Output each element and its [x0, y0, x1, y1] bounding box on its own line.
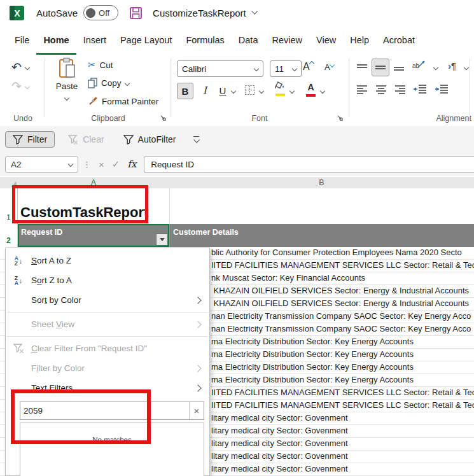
- autofilter-button[interactable]: AutoFilter: [116, 132, 183, 147]
- redo-button[interactable]: ↷: [11, 79, 29, 94]
- font-color-button[interactable]: A: [304, 82, 317, 97]
- cut-button[interactable]: ✂ Cut: [88, 59, 113, 71]
- toolbar-overflow-button[interactable]: [193, 136, 199, 143]
- formula-value: Request ID: [151, 160, 194, 169]
- clear-filter-button[interactable]: Clear: [61, 132, 111, 147]
- clear-search-button[interactable]: ×: [189, 402, 204, 419]
- excel-window: X AutoSave Off CustomizeTaskReport File …: [0, 0, 474, 476]
- fill-color-button[interactable]: [274, 81, 287, 97]
- confirm-entry-button[interactable]: ✓: [112, 158, 120, 170]
- customer-details-cell: IITED FACILITIES MANAGEMENT SERVICES LLC…: [211, 400, 474, 410]
- tab-data[interactable]: Data: [232, 25, 265, 55]
- header-cell-customer-details[interactable]: Customer Details: [169, 224, 474, 247]
- customer-details-cell: IITED FACILITIES MANAGEMENT SERVICES LLC…: [211, 388, 474, 397]
- autosave-state: Off: [99, 8, 109, 18]
- column-header-b[interactable]: B: [169, 177, 474, 189]
- request-id-filter-dropdown-button[interactable]: [156, 234, 168, 246]
- underline-button[interactable]: U: [215, 83, 230, 98]
- row-header-2[interactable]: 2: [0, 224, 18, 247]
- undo-icon: ↶: [11, 60, 22, 74]
- customer-details-cell: blic Authority for Consumer Protection E…: [211, 248, 462, 257]
- font-dialog-launcher-icon[interactable]: [337, 115, 344, 122]
- align-center-icon[interactable]: [375, 84, 387, 94]
- tab-insert[interactable]: Insert: [76, 25, 113, 55]
- customer-details-cell: litary medical city Sector: Govenment: [211, 438, 348, 448]
- tab-acrobat[interactable]: Acrobat: [376, 25, 422, 55]
- grow-font-button[interactable]: A: [303, 61, 314, 73]
- align-middle-button[interactable]: [372, 59, 389, 76]
- group-separator: [171, 59, 171, 117]
- ribbon: ↶ ↷ Undo Paste ✂ Cut: [0, 55, 474, 127]
- font-size-combobox[interactable]: 11: [270, 60, 302, 77]
- group-separator: [45, 59, 45, 117]
- cancel-entry-button[interactable]: ×: [99, 159, 104, 170]
- customer-details-cell: ma Electricity Distribution Sector: Key …: [211, 362, 414, 372]
- font-name-combobox[interactable]: Calibri: [177, 60, 263, 77]
- name-box-chevron-icon: [68, 162, 73, 167]
- orientation-chevron-icon[interactable]: [433, 65, 438, 70]
- menu-item-sort-by-color[interactable]: Sort by Color: [6, 290, 209, 310]
- menu-item-sort-a-to-z[interactable]: AZ ↓ Sort A to Z: [6, 251, 209, 270]
- tab-formulas[interactable]: Formulas: [179, 25, 231, 55]
- copy-chevron-icon[interactable]: [124, 80, 129, 85]
- tab-view[interactable]: View: [309, 25, 343, 55]
- tab-help[interactable]: Help: [343, 25, 376, 55]
- svg-text:X: X: [14, 8, 20, 18]
- customer-details-cell: nan Electricity Transmission Company SAO…: [211, 311, 471, 321]
- underline-chevron-icon[interactable]: [231, 88, 236, 94]
- undo-button[interactable]: ↶: [11, 60, 29, 74]
- text-direction-button[interactable]: ›¶: [448, 60, 456, 71]
- align-top-icon[interactable]: [356, 62, 368, 73]
- save-icon[interactable]: [129, 6, 143, 20]
- tab-file[interactable]: File: [8, 25, 36, 55]
- workbook-title[interactable]: CustomizeTaskReport: [153, 8, 246, 18]
- align-right-icon[interactable]: [394, 84, 406, 94]
- customer-details-cell: ma Electricity Distribution Sector: Key …: [211, 349, 414, 359]
- text-direction-chevron-icon[interactable]: [464, 65, 469, 70]
- autosave-toggle[interactable]: Off: [83, 5, 118, 20]
- font-color-chevron-icon[interactable]: [320, 88, 325, 94]
- clipboard-group: Paste ✂ Cut Copy: [47, 55, 169, 125]
- cut-label: Cut: [100, 60, 113, 70]
- clipboard-dialog-launcher-icon[interactable]: [160, 115, 167, 122]
- shrink-font-button[interactable]: A: [324, 62, 334, 72]
- bold-button[interactable]: B: [177, 83, 193, 99]
- title-bar: X AutoSave Off CustomizeTaskReport: [0, 0, 474, 25]
- customer-details-cell: litary medical city Sector: Govenment: [211, 464, 348, 473]
- menu-item-sort-z-to-a[interactable]: ZA ↓ Sort Z to A: [6, 270, 209, 290]
- menu-item-clear-filter[interactable]: Clear Filter From "Request ID": [6, 339, 209, 358]
- menu-separator: [7, 312, 208, 312]
- menu-item-filter-by-color[interactable]: Filter by Color: [6, 358, 209, 378]
- copy-label: Copy: [101, 78, 122, 88]
- annotation-box-a1: [12, 185, 148, 223]
- tab-home[interactable]: Home: [36, 25, 76, 55]
- insert-function-button[interactable]: fx: [127, 158, 136, 170]
- italic-button[interactable]: I: [197, 83, 213, 98]
- format-painter-label: Format Painter: [102, 97, 158, 106]
- decrease-indent-icon[interactable]: [414, 84, 427, 94]
- align-bottom-icon[interactable]: [393, 62, 405, 73]
- header-cell-request-id[interactable]: Request ID: [18, 224, 169, 247]
- filter-button[interactable]: Filter: [5, 131, 55, 148]
- customer-details-cell: KHAZAIN OILFIELD SERVICES Sector: Energy…: [211, 298, 469, 308]
- format-painter-button[interactable]: Format Painter: [88, 96, 158, 106]
- pilcrow-glyph: ¶: [451, 60, 456, 71]
- tab-review[interactable]: Review: [265, 25, 309, 55]
- undo-chevron-icon[interactable]: [25, 64, 30, 69]
- submenu-arrow-icon: [194, 297, 201, 304]
- borders-icon[interactable]: [244, 85, 255, 95]
- formula-input[interactable]: Request ID: [144, 156, 474, 173]
- name-box[interactable]: A2: [5, 156, 78, 173]
- copy-button[interactable]: Copy: [88, 78, 129, 88]
- borders-chevron-icon[interactable]: [259, 88, 264, 94]
- increase-indent-icon[interactable]: [435, 84, 449, 94]
- paste-chevron-icon[interactable]: [64, 95, 69, 101]
- paste-button[interactable]: Paste: [52, 57, 81, 102]
- align-left-icon[interactable]: [356, 84, 368, 94]
- fill-color-chevron-icon[interactable]: [289, 88, 295, 94]
- tab-page-layout[interactable]: Page Layout: [113, 25, 179, 55]
- workbook-chevron-icon[interactable]: [251, 8, 258, 15]
- menu-item-sheet-view[interactable]: Sheet View: [6, 314, 209, 334]
- orientation-button[interactable]: ab: [412, 60, 426, 69]
- redo-chevron-icon: [25, 83, 30, 88]
